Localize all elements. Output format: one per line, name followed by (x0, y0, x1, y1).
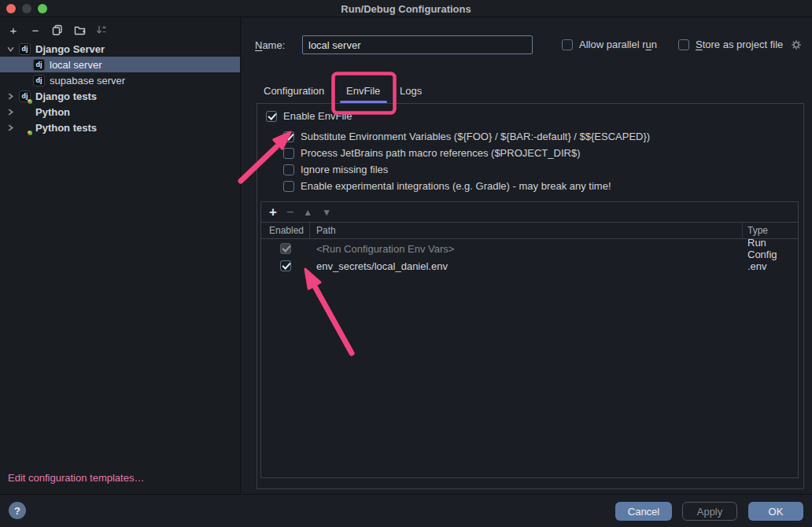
chevron-right-icon[interactable] (6, 93, 14, 100)
checkbox-icon[interactable] (266, 111, 277, 122)
env-files-table-toolbar: + − ▲ ▼ (261, 202, 798, 223)
django-icon: dj (19, 43, 31, 55)
dialog-footer: ? Cancel Apply OK (0, 494, 812, 527)
column-header-type[interactable]: Type (743, 223, 798, 238)
checkbox-icon[interactable] (562, 39, 573, 50)
move-up-icon[interactable]: ▲ (303, 207, 312, 218)
new-folder-icon[interactable] (72, 23, 87, 37)
sidebar-toolbar: + − (0, 20, 240, 39)
remove-env-file-icon[interactable]: − (286, 205, 293, 219)
env-files-table: + − ▲ ▼ Enabled Path Type <Run Configura… (260, 201, 799, 478)
chevron-down-icon[interactable] (6, 46, 14, 53)
django-tests-icon: dj (19, 90, 31, 102)
checkbox-icon[interactable] (283, 148, 294, 159)
chevron-right-icon[interactable] (6, 109, 14, 116)
envfile-tab-content: Enable EnvFile Substitute Environment Va… (257, 103, 804, 489)
sidebar-item-supabase-server[interactable]: dj supabase server (0, 72, 240, 88)
sidebar-item-local-server[interactable]: dj local server (0, 57, 240, 72)
help-icon[interactable]: ? (9, 502, 26, 519)
edit-configuration-templates-link[interactable]: Edit configuration templates… (8, 472, 144, 484)
add-env-file-icon[interactable]: + (269, 205, 277, 220)
configurations-sidebar: + − dj Django Server dj local server dj … (0, 17, 241, 494)
checkbox-icon[interactable] (283, 164, 294, 175)
ignore-missing-files-checkbox[interactable]: Ignore missing files (283, 164, 388, 175)
move-down-icon[interactable]: ▼ (322, 207, 331, 218)
substitute-env-vars-checkbox[interactable]: Substitute Environment Variables (${FOO}… (283, 131, 650, 142)
name-label: Name: (255, 39, 285, 51)
ok-button[interactable]: OK (748, 502, 803, 521)
window-title: Run/Debug Configurations (0, 3, 812, 15)
enable-envfile-checkbox[interactable]: Enable EnvFile (266, 110, 352, 122)
tab-envfile[interactable]: EnvFile (346, 85, 380, 97)
checkbox-icon[interactable] (678, 39, 689, 50)
sidebar-item-python[interactable]: Python (0, 104, 240, 120)
configuration-detail-panel: Name: Allow parallel run Store as projec… (242, 17, 812, 494)
checkbox-icon[interactable] (280, 260, 291, 271)
sidebar-item-python-tests[interactable]: Python tests (0, 120, 240, 135)
add-configuration-icon[interactable]: + (6, 23, 20, 37)
tab-logs[interactable]: Logs (400, 85, 422, 97)
copy-configuration-icon[interactable] (50, 23, 65, 37)
sidebar-item-django-server[interactable]: dj Django Server (0, 41, 240, 57)
chevron-right-icon[interactable] (6, 124, 14, 131)
store-as-project-file-checkbox[interactable]: Store as project file (678, 39, 802, 50)
apply-button[interactable]: Apply (682, 502, 737, 521)
table-row-run-config-env-vars[interactable]: <Run Configuration Env Vars> Run Config (261, 240, 798, 257)
django-icon: dj (33, 75, 45, 87)
window-titlebar: Run/Debug Configurations (0, 0, 812, 17)
sidebar-item-django-tests[interactable]: dj Django tests (0, 88, 240, 104)
remove-configuration-icon[interactable]: − (28, 23, 42, 37)
process-path-macro-checkbox[interactable]: Process JetBrains path macro references … (283, 147, 580, 159)
checkbox-icon[interactable] (283, 181, 294, 192)
column-header-enabled[interactable]: Enabled (261, 223, 310, 238)
tab-configuration[interactable]: Configuration (264, 85, 324, 97)
python-tests-icon (19, 122, 31, 134)
table-header: Enabled Path Type (261, 223, 798, 239)
django-icon: dj (33, 59, 45, 71)
column-header-path[interactable]: Path (310, 223, 743, 238)
python-icon (19, 106, 31, 118)
checkbox-icon[interactable] (283, 131, 294, 142)
sort-configurations-icon[interactable] (94, 23, 109, 37)
cancel-button[interactable]: Cancel (615, 502, 672, 521)
table-row-env-secrets-file[interactable]: env_secrets/local_daniel.env .env (261, 257, 798, 275)
checkbox-icon (280, 243, 291, 254)
gear-icon[interactable] (791, 39, 802, 50)
experimental-integrations-checkbox[interactable]: Enable experimental integrations (e.g. G… (283, 180, 611, 192)
name-input[interactable] (302, 35, 533, 54)
allow-parallel-run-checkbox[interactable]: Allow parallel run (562, 39, 657, 50)
